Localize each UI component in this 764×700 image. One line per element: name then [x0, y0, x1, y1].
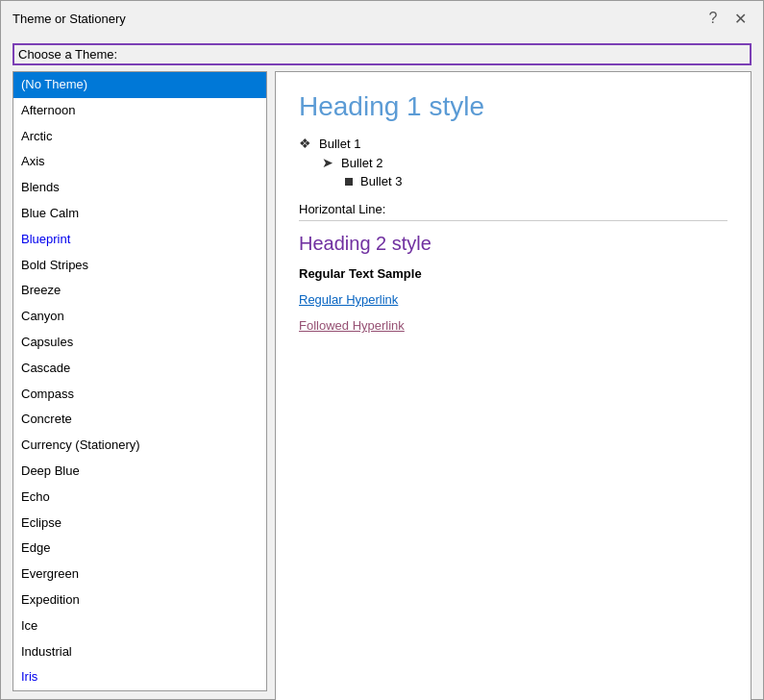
bullet-list: ❖ Bullet 1 ➤ Bullet 2 Bullet 3: [299, 134, 727, 190]
left-panel: (No Theme)AfternoonArcticAxisBlendsBlue …: [12, 71, 267, 700]
heading1-preview: Heading 1 style: [299, 91, 727, 122]
theme-item[interactable]: Industrial: [13, 639, 266, 665]
bullet-item-2: ➤ Bullet 2: [299, 153, 727, 172]
theme-item[interactable]: Concrete: [13, 407, 266, 433]
theme-item[interactable]: Compass: [13, 382, 266, 408]
theme-item[interactable]: Currency (Stationery): [13, 433, 266, 459]
theme-item[interactable]: Blue Calm: [13, 201, 266, 227]
theme-list[interactable]: (No Theme)AfternoonArcticAxisBlendsBlue …: [13, 72, 266, 690]
theme-item[interactable]: Afternoon: [13, 98, 266, 124]
theme-list-container: (No Theme)AfternoonArcticAxisBlendsBlue …: [12, 71, 267, 691]
bullet-item-1: ❖ Bullet 1: [299, 134, 727, 153]
theme-item[interactable]: Bold Stripes: [13, 253, 266, 279]
dialog-content: Choose a Theme: (No Theme)AfternoonArcti…: [1, 36, 763, 700]
horizontal-line-section: Horizontal Line:: [299, 202, 727, 221]
close-button[interactable]: ✕: [728, 7, 752, 30]
regular-hyperlink[interactable]: Regular Hyperlink: [299, 292, 727, 307]
horiz-label: Horizontal Line:: [299, 202, 727, 216]
theme-item[interactable]: Ice: [13, 613, 266, 639]
title-bar: Theme or Stationery ? ✕: [1, 1, 763, 36]
regular-text-sample: Regular Text Sample: [299, 266, 727, 281]
bullet-3-text: Bullet 3: [360, 174, 402, 188]
main-area: (No Theme)AfternoonArcticAxisBlendsBlue …: [12, 71, 752, 700]
theme-item[interactable]: Blends: [13, 175, 266, 201]
theme-item[interactable]: Edge: [13, 536, 266, 562]
theme-item[interactable]: Expedition: [13, 588, 266, 613]
theme-item[interactable]: Eclipse: [13, 511, 266, 537]
bullet-1-text: Bullet 1: [319, 137, 360, 151]
theme-item[interactable]: Capsules: [13, 330, 266, 356]
diamond-icon: ❖: [299, 136, 311, 151]
bullet-2-text: Bullet 2: [341, 156, 382, 170]
theme-item[interactable]: Blueprint: [13, 227, 266, 253]
theme-item[interactable]: Arctic: [13, 124, 266, 150]
theme-item[interactable]: Axis: [13, 149, 266, 175]
followed-hyperlink[interactable]: Followed Hyperlink: [299, 318, 727, 333]
theme-item[interactable]: Canyon: [13, 304, 266, 330]
theme-item[interactable]: Iris: [13, 664, 266, 690]
horizontal-rule: [299, 220, 727, 221]
dialog: Theme or Stationery ? ✕ Choose a Theme: …: [0, 0, 764, 700]
theme-item[interactable]: Evergreen: [13, 562, 266, 588]
preview-panel: Heading 1 style ❖ Bullet 1 ➤ Bullet 2 Bu…: [275, 71, 752, 700]
dialog-title: Theme or Stationery: [12, 12, 126, 26]
choose-theme-label: Choose a Theme:: [12, 43, 752, 65]
help-button[interactable]: ?: [702, 7, 725, 30]
theme-item[interactable]: (No Theme): [13, 72, 266, 98]
arrow-icon: ➤: [322, 155, 333, 170]
bullet-item-3: Bullet 3: [299, 172, 727, 190]
theme-item[interactable]: Breeze: [13, 278, 266, 304]
heading2-preview: Heading 2 style: [299, 233, 727, 255]
theme-item[interactable]: Deep Blue: [13, 459, 266, 485]
title-bar-controls: ? ✕: [702, 7, 752, 30]
square-icon: [345, 178, 353, 186]
theme-item[interactable]: Echo: [13, 485, 266, 511]
theme-item[interactable]: Cascade: [13, 356, 266, 382]
